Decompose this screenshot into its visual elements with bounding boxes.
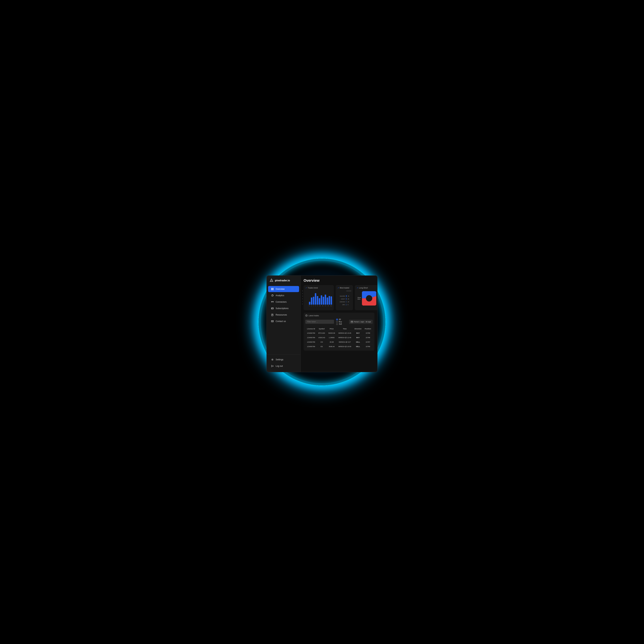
trades-icon [305,314,307,317]
table-row: 123456789 USDCAD 1.28582 09/05/24 @ 12:4… [305,335,373,340]
radio-all[interactable]: All [336,318,342,320]
svg-point-15 [272,359,273,360]
hbar-value-spx: 5 [348,304,351,305]
sidebar-subscriptions-label: Subscriptions [276,307,289,310]
logout-icon [271,365,274,367]
app-window: pinetrader.io Overview [266,275,378,372]
hbar-value-us10y: 45 [348,298,351,300]
svg-rect-4 [271,301,272,302]
background-glow: pinetrader.io Overview [259,259,385,385]
svg-rect-0 [271,288,272,289]
hbar-label-xauusd: XAUUSD [337,295,345,297]
brand-name: pinetrader.io [275,279,290,282]
svg-rect-9 [271,308,273,309]
radio-buy-label: Buy [339,321,342,323]
long-short-card: ↗ Long-Short Short55% Long [355,285,377,310]
main-content: Overview ↗ Trades trend 543210 [301,276,377,372]
logo-icon [270,278,273,282]
hbar-value-usdcad: 25 [348,301,351,302]
latest-trades-section: Latest trades All Buy [304,313,374,351]
cell-direction-0: BUY [353,331,363,335]
hbar-x-labels: 0204060 [337,290,351,292]
sidebar-item-subscriptions[interactable]: Subscriptions [268,305,299,311]
cell-direction-3: SELL [353,344,363,349]
x-axis-labels: 024681012141618 [305,305,332,306]
short-label: Short55% [357,297,361,300]
cell-price-2: 28.98 [327,340,337,344]
hbar-fill-us10y [346,298,346,300]
col-direction: Direction [353,327,363,331]
cell-time-3: 09/05/24 @ 15:59 [337,344,353,349]
svg-rect-2 [271,289,272,290]
trades-trend-chart: 543210 [305,290,332,306]
col-price: Price [327,327,337,331]
sidebar-item-analytics[interactable]: Analytics [268,292,299,299]
bar-4 [315,293,316,305]
sidebar-item-overview[interactable]: Overview [268,286,299,292]
hbar-track-xauusd [346,295,347,297]
radio-buy[interactable]: Buy [336,321,342,323]
hbar-usdcad: USDCAD 25 [337,301,351,303]
sidebar-item-resources[interactable]: Ressources [268,312,299,318]
gear-icon [271,358,274,361]
bar-7 [321,295,322,305]
grid-icon [271,288,274,290]
bar-1 [309,302,310,305]
bar-11 [329,296,330,305]
radio-sell[interactable]: Sell [336,323,342,325]
cell-license-2: 123456789 [305,340,317,344]
cell-symbol-2: VIX [317,340,327,344]
sidebar-item-contact[interactable]: Contact us [268,318,299,324]
charts-row: ↗ Trades trend 543210 [304,285,374,310]
logo: pinetrader.io [267,278,301,286]
col-time: Time [337,327,353,331]
trades-controls: All Buy Sell [305,318,373,325]
trades-table-body: 123456789 BTCUSD 59325.58 09/05/24 @ 13:… [305,331,373,349]
svg-rect-3 [273,289,273,290]
sidebar-item-connectors[interactable]: Connectors [268,299,299,305]
cell-symbol-1: USDCAD [317,335,327,340]
cell-price-1: 1.28582 [327,335,337,340]
cell-symbol-0: BTCUSD [317,331,327,335]
sidebar-item-settings[interactable]: Settings [268,357,299,363]
hbar-label-spx: SPX [337,304,345,305]
most-traded-chart: XAUUSD 78 US10Y 45 [337,292,351,308]
long-short-title: ↗ Long-Short [357,287,377,289]
calendar-icon [351,321,353,323]
sidebar-logout-label: Log out [276,365,283,367]
svg-rect-20 [351,321,353,323]
cell-price-0: 59325.58 [327,331,337,335]
hbar-xauusd: XAUUSD 78 [337,295,351,297]
sidebar-analytics-label: Analytics [276,294,284,297]
bar-9 [325,295,326,305]
bar-3 [313,297,314,305]
table-row: 123456789 ES 3548.44 09/05/24 @ 15:59 SE… [305,344,373,349]
cell-license-1: 123456789 [305,335,317,340]
sidebar-resources-label: Ressources [276,314,287,316]
radio-buy-circle [336,321,338,323]
bar-12 [331,296,332,305]
cell-position-2: 15787 [363,340,373,344]
sidebar-item-logout[interactable]: Log out [268,363,299,369]
hbar-value-xauusd: 78 [348,295,351,297]
card-icon [271,307,274,310]
period-button[interactable]: Period: 1 sept – 30 sept [349,320,373,324]
col-license: License ID [305,327,317,331]
cell-license-0: 123456789 [305,331,317,335]
connector-icon [271,301,274,303]
ticker-filter-input[interactable] [305,320,334,324]
book-icon [271,313,274,316]
hbar-track-us10y [346,298,347,300]
trades-trend-card: ↗ Trades trend 543210 [304,285,334,310]
bar-8 [323,297,324,305]
trades-table-header: License ID Symbol Price Time Direction P… [305,327,373,331]
table-row: 123456789 BTCUSD 59325.58 09/05/24 @ 13:… [305,331,373,335]
sidebar-contact-label: Contact us [276,320,286,323]
bar-5 [317,296,318,305]
table-row: 123456789 VIX 28.98 09/05/24 @ 9:27 SELL… [305,340,373,344]
trend-icon: ↗ [305,287,307,289]
most-traded-card: ↗ Most traded 0204060 XAUUSD 78 [336,285,353,310]
col-symbol: Symbol [317,327,327,331]
sidebar-settings-label: Settings [276,358,283,361]
hbar-fill-usdcad [346,301,346,303]
